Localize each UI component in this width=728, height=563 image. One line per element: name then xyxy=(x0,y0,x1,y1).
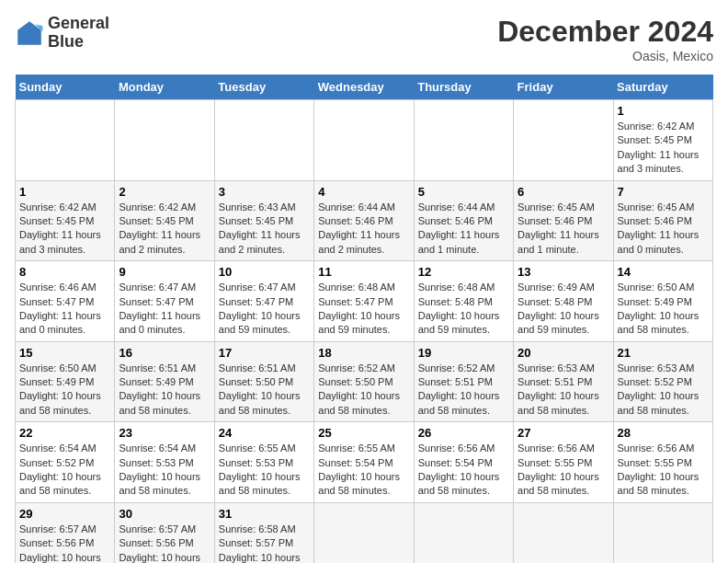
calendar-day-cell: 18 Sunrise: 6:52 AMSunset: 5:50 PMDaylig… xyxy=(314,341,414,422)
calendar-week-row: 1 Sunrise: 6:42 AMSunset: 5:45 PMDayligh… xyxy=(16,100,713,181)
title-block: December 2024 Oasis, Mexico xyxy=(497,15,713,63)
day-number: 24 xyxy=(219,426,310,440)
weekday-header: Saturday xyxy=(613,75,712,100)
day-info: Sunrise: 6:58 AMSunset: 5:57 PMDaylight:… xyxy=(219,523,301,563)
day-number: 13 xyxy=(518,265,609,279)
day-info: Sunrise: 6:46 AMSunset: 5:47 PMDaylight:… xyxy=(19,282,101,335)
calendar-day-cell: 16 Sunrise: 6:51 AMSunset: 5:49 PMDaylig… xyxy=(115,341,214,422)
calendar-day-cell xyxy=(514,502,613,563)
day-info: Sunrise: 6:51 AMSunset: 5:49 PMDaylight:… xyxy=(119,362,200,416)
day-number: 28 xyxy=(618,426,709,440)
day-number: 23 xyxy=(119,426,210,440)
calendar-day-cell: 4 Sunrise: 6:44 AMSunset: 5:46 PMDayligh… xyxy=(314,180,414,261)
calendar-day-cell: 31 Sunrise: 6:58 AMSunset: 5:57 PMDaylig… xyxy=(214,502,313,563)
day-number: 25 xyxy=(318,426,409,440)
weekday-header: Sunday xyxy=(16,75,115,100)
calendar-week-row: 8 Sunrise: 6:46 AMSunset: 5:47 PMDayligh… xyxy=(16,261,713,342)
day-info: Sunrise: 6:47 AMSunset: 5:47 PMDaylight:… xyxy=(219,282,301,335)
weekday-header: Monday xyxy=(115,75,214,100)
day-number: 5 xyxy=(418,185,509,199)
day-number: 9 xyxy=(119,265,210,279)
location: Oasis, Mexico xyxy=(497,49,713,63)
day-info: Sunrise: 6:42 AMSunset: 5:45 PMDaylight:… xyxy=(19,201,101,255)
day-number: 11 xyxy=(318,265,409,279)
day-number: 14 xyxy=(618,265,709,279)
day-info: Sunrise: 6:47 AMSunset: 5:47 PMDaylight:… xyxy=(119,282,200,335)
calendar-day-cell: 5 Sunrise: 6:44 AMSunset: 5:46 PMDayligh… xyxy=(414,180,513,261)
calendar-day-cell: 29 Sunrise: 6:57 AMSunset: 5:56 PMDaylig… xyxy=(16,502,115,563)
calendar-day-cell: 6 Sunrise: 6:45 AMSunset: 5:46 PMDayligh… xyxy=(514,180,613,261)
calendar-day-cell xyxy=(214,100,313,181)
day-info: Sunrise: 6:44 AMSunset: 5:46 PMDaylight:… xyxy=(418,201,500,255)
day-info: Sunrise: 6:56 AMSunset: 5:55 PMDaylight:… xyxy=(618,442,700,496)
day-info: Sunrise: 6:45 AMSunset: 5:46 PMDaylight:… xyxy=(618,201,700,255)
calendar-week-row: 15 Sunrise: 6:50 AMSunset: 5:49 PMDaylig… xyxy=(16,341,713,422)
logo-text: General Blue xyxy=(48,15,109,52)
calendar-day-cell: 19 Sunrise: 6:52 AMSunset: 5:51 PMDaylig… xyxy=(414,341,513,422)
day-info: Sunrise: 6:49 AMSunset: 5:48 PMDaylight:… xyxy=(518,282,599,335)
day-info: Sunrise: 6:45 AMSunset: 5:46 PMDaylight:… xyxy=(518,201,599,255)
calendar-day-cell xyxy=(115,100,214,181)
day-number: 26 xyxy=(418,426,509,440)
day-info: Sunrise: 6:56 AMSunset: 5:54 PMDaylight:… xyxy=(418,442,500,496)
day-number: 21 xyxy=(618,346,709,360)
calendar-day-cell xyxy=(414,502,513,563)
calendar-day-cell: 3 Sunrise: 6:43 AMSunset: 5:45 PMDayligh… xyxy=(214,180,313,261)
calendar-day-cell: 12 Sunrise: 6:48 AMSunset: 5:48 PMDaylig… xyxy=(414,261,513,342)
day-info: Sunrise: 6:52 AMSunset: 5:51 PMDaylight:… xyxy=(418,362,500,416)
calendar-day-cell: 8 Sunrise: 6:46 AMSunset: 5:47 PMDayligh… xyxy=(16,261,115,342)
calendar-day-cell: 13 Sunrise: 6:49 AMSunset: 5:48 PMDaylig… xyxy=(514,261,613,342)
calendar-day-cell: 21 Sunrise: 6:53 AMSunset: 5:52 PMDaylig… xyxy=(613,341,712,422)
day-info: Sunrise: 6:43 AMSunset: 5:45 PMDaylight:… xyxy=(219,201,301,255)
day-info: Sunrise: 6:50 AMSunset: 5:49 PMDaylight:… xyxy=(618,282,700,335)
day-number: 4 xyxy=(318,185,409,199)
day-number: 10 xyxy=(219,265,310,279)
calendar-week-row: 29 Sunrise: 6:57 AMSunset: 5:56 PMDaylig… xyxy=(16,502,713,563)
day-info: Sunrise: 6:42 AMSunset: 5:45 PMDaylight:… xyxy=(119,201,200,255)
calendar-day-cell xyxy=(414,100,513,181)
weekday-header: Tuesday xyxy=(214,75,313,100)
day-info: Sunrise: 6:55 AMSunset: 5:53 PMDaylight:… xyxy=(219,442,301,496)
weekday-header: Thursday xyxy=(414,75,513,100)
calendar-day-cell: 14 Sunrise: 6:50 AMSunset: 5:49 PMDaylig… xyxy=(613,261,712,342)
calendar-day-cell: 26 Sunrise: 6:56 AMSunset: 5:54 PMDaylig… xyxy=(414,422,513,503)
logo: General Blue xyxy=(15,15,109,52)
calendar-day-cell xyxy=(613,502,712,563)
calendar-day-cell: 22 Sunrise: 6:54 AMSunset: 5:52 PMDaylig… xyxy=(16,422,115,503)
day-number: 19 xyxy=(418,346,509,360)
day-number: 17 xyxy=(219,346,310,360)
calendar-day-cell: 20 Sunrise: 6:53 AMSunset: 5:51 PMDaylig… xyxy=(514,341,613,422)
day-info: Sunrise: 6:44 AMSunset: 5:46 PMDaylight:… xyxy=(318,201,400,255)
day-number: 22 xyxy=(19,426,110,440)
day-info: Sunrise: 6:57 AMSunset: 5:56 PMDaylight:… xyxy=(119,523,200,563)
page-header: General Blue December 2024 Oasis, Mexico xyxy=(15,15,713,63)
day-number: 16 xyxy=(119,346,210,360)
day-number: 6 xyxy=(518,185,609,199)
calendar-day-cell: 9 Sunrise: 6:47 AMSunset: 5:47 PMDayligh… xyxy=(115,261,214,342)
calendar-day-cell: 24 Sunrise: 6:55 AMSunset: 5:53 PMDaylig… xyxy=(214,422,313,503)
day-info: Sunrise: 6:55 AMSunset: 5:54 PMDaylight:… xyxy=(318,442,400,496)
day-number: 29 xyxy=(19,507,110,521)
calendar-day-cell: 10 Sunrise: 6:47 AMSunset: 5:47 PMDaylig… xyxy=(214,261,313,342)
calendar-day-cell: 27 Sunrise: 6:56 AMSunset: 5:55 PMDaylig… xyxy=(514,422,613,503)
day-info: Sunrise: 6:50 AMSunset: 5:49 PMDaylight:… xyxy=(19,362,101,416)
day-info: Sunrise: 6:53 AMSunset: 5:51 PMDaylight:… xyxy=(518,362,599,416)
weekday-header: Friday xyxy=(514,75,613,100)
day-number: 1 xyxy=(618,104,709,118)
month-title: December 2024 xyxy=(497,15,713,49)
day-info: Sunrise: 6:42 AMSunset: 5:45 PMDaylight:… xyxy=(618,121,700,174)
calendar-day-cell: 30 Sunrise: 6:57 AMSunset: 5:56 PMDaylig… xyxy=(115,502,214,563)
day-number: 18 xyxy=(318,346,409,360)
day-number: 27 xyxy=(518,426,609,440)
day-info: Sunrise: 6:48 AMSunset: 5:47 PMDaylight:… xyxy=(318,282,400,335)
calendar-table: SundayMondayTuesdayWednesdayThursdayFrid… xyxy=(15,75,713,563)
day-info: Sunrise: 6:52 AMSunset: 5:50 PMDaylight:… xyxy=(318,362,400,416)
day-info: Sunrise: 6:54 AMSunset: 5:52 PMDaylight:… xyxy=(19,442,101,496)
calendar-week-row: 22 Sunrise: 6:54 AMSunset: 5:52 PMDaylig… xyxy=(16,422,713,503)
day-info: Sunrise: 6:56 AMSunset: 5:55 PMDaylight:… xyxy=(518,442,599,496)
calendar-day-cell: 1 Sunrise: 6:42 AMSunset: 5:45 PMDayligh… xyxy=(613,100,712,181)
day-info: Sunrise: 6:51 AMSunset: 5:50 PMDaylight:… xyxy=(219,362,301,416)
calendar-day-cell: 1 Sunrise: 6:42 AMSunset: 5:45 PMDayligh… xyxy=(16,180,115,261)
calendar-day-cell xyxy=(314,502,414,563)
calendar-day-cell: 15 Sunrise: 6:50 AMSunset: 5:49 PMDaylig… xyxy=(16,341,115,422)
